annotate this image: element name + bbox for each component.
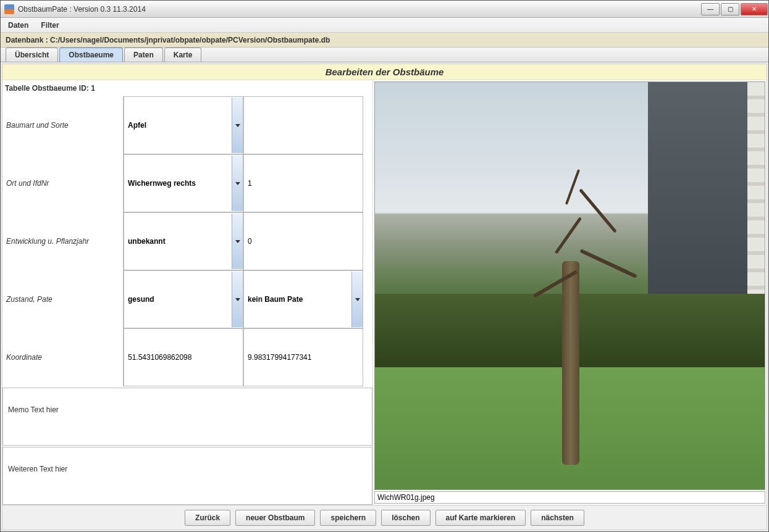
chevron-down-icon[interactable] [232, 272, 243, 327]
image-area: WichWR01g.jpeg [373, 80, 767, 505]
tab-paten[interactable]: Paten [124, 48, 163, 62]
menu-filter[interactable]: Filter [38, 20, 61, 31]
tab-uebersicht[interactable]: Übersicht [6, 48, 58, 62]
field-ort-value: Wichernweg rechts [128, 179, 196, 188]
close-button[interactable]: ✕ [741, 3, 768, 15]
row-label-entwicklung: Entwicklung u. Pflanzjahr [2, 212, 124, 270]
memo-text-value: Memo Text hier [8, 405, 59, 414]
maximize-button[interactable]: ▢ [721, 3, 739, 15]
field-ifdnr[interactable]: 1 [243, 154, 363, 212]
back-button[interactable]: Zurück [185, 510, 230, 526]
java-icon [4, 4, 14, 14]
row-label-zustand: Zustand, Pate [2, 270, 124, 328]
app-window: ObstbaumPate : Version 0.3 11.3.2014 — ▢… [0, 0, 769, 532]
field-lat[interactable]: 51.5431069862098 [124, 328, 243, 386]
chevron-down-icon[interactable] [232, 98, 243, 153]
table-id-label: Tabelle Obstbaeume ID: 1 [2, 80, 372, 96]
chevron-down-icon[interactable] [232, 156, 243, 211]
form-area: Tabelle Obstbaeume ID: 1 Baumart und Sor… [2, 80, 373, 505]
menubar: Daten Filter [1, 18, 768, 33]
field-pate-value: kein Baum Pate [248, 295, 303, 304]
row-label-ort: Ort und IfdNr [2, 154, 124, 212]
field-ort[interactable]: Wichernweg rechts [124, 154, 243, 212]
next-button[interactable]: nächsten [531, 510, 584, 526]
field-pflanzjahr[interactable]: 0 [243, 212, 363, 270]
field-baumart-value: Apfel [128, 121, 146, 130]
button-bar: Zurück neuer Obstbaum speichern löschen … [2, 505, 767, 530]
field-baumart[interactable]: Apfel [124, 96, 243, 154]
field-zustand[interactable]: gesund [124, 270, 243, 328]
database-path-text: Datenbank : C:/Users/nagel/Documents/jnp… [6, 36, 330, 44]
row-label-baumart: Baumart und Sorte [2, 96, 124, 154]
field-pflanzjahr-value: 0 [248, 237, 252, 246]
menu-daten[interactable]: Daten [6, 20, 31, 31]
field-lon[interactable]: 9.98317994177341 [243, 328, 363, 386]
chevron-down-icon[interactable] [232, 214, 243, 269]
field-pate[interactable]: kein Baum Pate [243, 270, 363, 328]
memo-text-field[interactable]: Memo Text hier [2, 388, 372, 446]
chevron-down-icon[interactable] [351, 272, 363, 327]
content-area: Bearbeiten der Obstbäume Tabelle Obstbae… [2, 64, 767, 530]
field-zustand-value: gesund [128, 295, 154, 304]
mark-on-map-button[interactable]: auf Karte markieren [435, 510, 526, 526]
minimize-button[interactable]: — [701, 3, 720, 15]
field-sorte[interactable] [243, 96, 363, 154]
tabbar: Übersicht Obstbaeume Paten Karte [1, 48, 768, 62]
tab-karte[interactable]: Karte [164, 48, 202, 62]
field-ifdnr-value: 1 [248, 179, 252, 188]
field-entwicklung-value: unbekannt [128, 237, 166, 246]
new-button[interactable]: neuer Obstbaum [235, 510, 315, 526]
window-title: ObstbaumPate : Version 0.3 11.3.2014 [18, 5, 146, 14]
titlebar: ObstbaumPate : Version 0.3 11.3.2014 — ▢… [1, 1, 768, 18]
extra-text-value: Weiteren Text hier [8, 465, 67, 473]
section-title: Bearbeiten der Obstbäume [2, 64, 767, 80]
delete-button[interactable]: löschen [381, 510, 430, 526]
form-grid: Baumart und Sorte Apfel Ort und IfdNr Wi… [2, 96, 372, 386]
field-entwicklung[interactable]: unbekannt [124, 212, 243, 270]
window-controls: — ▢ ✕ [700, 2, 768, 17]
tab-obstbaeume[interactable]: Obstbaeume [59, 48, 123, 62]
row-label-koordinate: Koordinate [2, 328, 124, 386]
tree-photo [374, 81, 765, 490]
database-path-bar: Datenbank : C:/Users/nagel/Documents/jnp… [1, 33, 768, 48]
field-lat-value: 51.5431069862098 [128, 353, 191, 362]
image-filename: WichWR01g.jpeg [374, 491, 765, 504]
extra-text-field[interactable]: Weiteren Text hier [2, 447, 372, 505]
save-button[interactable]: speichern [320, 510, 376, 526]
field-lon-value: 9.98317994177341 [248, 353, 311, 362]
